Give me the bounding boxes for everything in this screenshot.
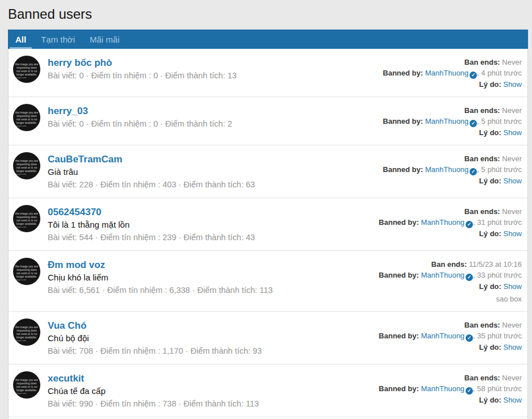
avatar-domain-text: imgur.com <box>16 339 26 342</box>
avatar-placeholder-text: the image you are requesting does not ex… <box>15 265 39 278</box>
verified-badge-icon: ✓ <box>466 221 473 228</box>
avatar[interactable]: the image you are requesting does not ex… <box>13 152 40 179</box>
banned-by-line: Banned by: ManhThuong✓, 5 phút trước <box>383 116 522 127</box>
banned-by-label: Banned by: <box>379 384 421 393</box>
ban-info: Ban ends: Never Banned by: ManhThuong✓, … <box>383 104 522 138</box>
banned-time: , 4 phút trước <box>477 69 522 77</box>
username-link[interactable]: herry bốc phò <box>48 56 112 69</box>
show-reason-link[interactable]: Show <box>503 229 522 238</box>
username-link[interactable]: xecutkit <box>48 372 84 385</box>
ban-ends-label: Ban ends: <box>464 154 502 163</box>
user-title: Già trâu <box>48 166 383 178</box>
username-link[interactable]: Vua Chó <box>48 319 86 332</box>
ban-ends-value: 11/5/23 at 10:16 <box>469 260 522 269</box>
banned-by-line: Banned by: ManhThuong✓, 58 phút trước <box>379 383 522 395</box>
avatar-placeholder-text: the image you are requesting does not ex… <box>15 325 39 339</box>
ban-info: Ban ends: Never Banned by: ManhThuong✓, … <box>379 371 522 405</box>
tab-all[interactable]: All <box>8 30 33 49</box>
user-title: Chú bộ đội <box>48 332 379 345</box>
verified-badge-icon: ✓ <box>466 274 473 281</box>
banned-by-label: Banned by: <box>383 165 425 174</box>
banned-time: , 31 phút trước <box>473 218 522 227</box>
ban-ends-value: Never <box>502 321 522 329</box>
verified-badge-icon: ✓ <box>470 72 477 79</box>
banned-by-link[interactable]: ManhThuong <box>421 332 464 340</box>
username-link[interactable]: 0562454370 <box>48 206 102 219</box>
banned-user-row: the image you are requesting does not ex… <box>9 145 527 198</box>
show-reason-link[interactable]: Show <box>503 80 522 89</box>
avatar-placeholder-text: the image you are requesting does not ex… <box>15 212 39 225</box>
reason-label: Lý do: <box>479 282 504 291</box>
avatar-placeholder-text: the image you are requesting does not ex… <box>15 111 39 124</box>
reason-line: Lý do: Show <box>379 281 522 292</box>
user-stats: Bài viết: 990 · Điểm tín nhiệm : 738 · Đ… <box>48 397 379 410</box>
tab-tạm-thời[interactable]: Tạm thời <box>33 30 82 49</box>
verified-badge-icon: ✓ <box>466 334 473 342</box>
avatar-placeholder-text: the image you are requesting does not ex… <box>15 159 39 173</box>
ban-filter-tab-bar: AllTạm thờiMãi mãi <box>8 30 528 49</box>
banned-by-link[interactable]: ManhThuong <box>425 117 469 125</box>
show-reason-link[interactable]: Show <box>503 396 522 404</box>
user-info: CauBeTramCam Già trâu Bài viết: 228 · Đi… <box>40 152 383 191</box>
banned-by-link[interactable]: ManhThuong <box>421 384 464 393</box>
user-stats: Bài viết: 708 · Điểm tín nhiệm : 1,170 ·… <box>48 345 379 357</box>
banned-by-link[interactable]: ManhThuong <box>421 271 464 279</box>
user-title: Chịu khó la liếm <box>48 271 379 284</box>
avatar[interactable]: the image you are requesting does not ex… <box>13 205 40 232</box>
reason-label: Lý do: <box>479 396 504 404</box>
user-stats: Bài viết: 0 · Điểm tín nhiệm : 0 · Điểm … <box>48 118 383 130</box>
user-info: xecutkit Chúa tể đa cấp Bài viết: 990 · … <box>40 371 379 410</box>
reason-line: Lý do: Show <box>379 395 522 405</box>
banned-by-label: Banned by: <box>383 69 425 77</box>
user-stats: Bài viết: 228 · Điểm tín nhiệm : 403 · Đ… <box>48 178 383 191</box>
show-reason-link[interactable]: Show <box>503 343 522 351</box>
avatar[interactable]: the image you are requesting does not ex… <box>13 56 40 83</box>
user-stats: Bài viết: 0 · Điểm tín nhiệm : 0 · Điểm … <box>48 69 383 82</box>
banned-by-label: Banned by: <box>383 117 425 125</box>
banned-by-line: Banned by: ManhThuong✓, 33 phút trước <box>379 270 522 281</box>
user-info: herry bốc phò Bài viết: 0 · Điểm tín nhi… <box>40 56 383 82</box>
avatar[interactable]: the image you are requesting does not ex… <box>13 371 40 399</box>
banned-user-row: the image you are requesting does not ex… <box>9 364 527 417</box>
avatar[interactable]: the image you are requesting does not ex… <box>13 104 40 131</box>
ban-ends-line: Ban ends: Never <box>383 57 522 68</box>
banned-by-link[interactable]: ManhThuong <box>421 218 464 227</box>
username-link[interactable]: CauBeTramCam <box>48 153 122 166</box>
banned-by-label: Banned by: <box>379 218 421 227</box>
show-reason-link[interactable]: Show <box>503 128 522 137</box>
banned-by-line: Banned by: ManhThuong✓, 5 phút trước <box>383 164 522 175</box>
ban-ends-value: Never <box>502 207 522 216</box>
reason-label: Lý do: <box>479 343 504 351</box>
reason-line: Lý do: Show <box>379 228 522 239</box>
banned-user-row: the image you are requesting does not ex… <box>9 311 527 364</box>
banned-by-link[interactable]: ManhThuong <box>425 165 469 174</box>
avatar[interactable]: the image you are requesting does not ex… <box>13 319 40 346</box>
ban-ends-line: Ban ends: Never <box>383 105 522 116</box>
username-link[interactable]: herry_03 <box>48 104 88 118</box>
avatar[interactable]: the image you are requesting does not ex… <box>13 258 40 285</box>
banned-by-link[interactable]: ManhThuong <box>425 69 469 77</box>
user-info: Đm mod voz Chịu khó la liếm Bài viết: 6,… <box>40 258 379 296</box>
banned-time: , 33 phút trước <box>473 271 522 279</box>
show-reason-link[interactable]: Show <box>503 177 522 185</box>
user-info: herry_03 Bài viết: 0 · Điểm tín nhiệm : … <box>40 104 383 130</box>
tab-mãi-mãi[interactable]: Mãi mãi <box>82 30 127 49</box>
username-link[interactable]: Đm mod voz <box>48 258 105 271</box>
avatar-placeholder-text: the image you are requesting does not ex… <box>15 62 39 76</box>
user-stats: Bài viết: 6,561 · Điểm tín nhiệm : 6,338… <box>48 284 379 296</box>
ban-info: Ban ends: Never Banned by: ManhThuong✓, … <box>383 152 522 186</box>
avatar-domain-text: imgur.com <box>16 225 26 229</box>
avatar-domain-text: imgur.com <box>16 76 26 79</box>
reason-label: Lý do: <box>479 177 504 185</box>
user-stats: Bài viết: 544 · Điểm tín nhiệm : 239 · Đ… <box>48 231 379 244</box>
avatar-domain-text: imgur.com <box>16 392 26 395</box>
banned-user-row: the image you are requesting does not ex… <box>9 97 527 145</box>
banned-user-row: the image you are requesting does not ex… <box>9 198 527 250</box>
ban-ends-label: Ban ends: <box>464 106 502 115</box>
show-reason-link[interactable]: Show <box>503 282 522 291</box>
user-info: Vua Chó Chú bộ đội Bài viết: 708 · Điểm … <box>40 319 379 357</box>
reason-line: Lý do: Show <box>383 79 522 90</box>
banned-time: , 5 phút trước <box>477 117 522 125</box>
ban-ends-value: Never <box>502 374 522 382</box>
ban-ends-value: Never <box>502 154 522 163</box>
